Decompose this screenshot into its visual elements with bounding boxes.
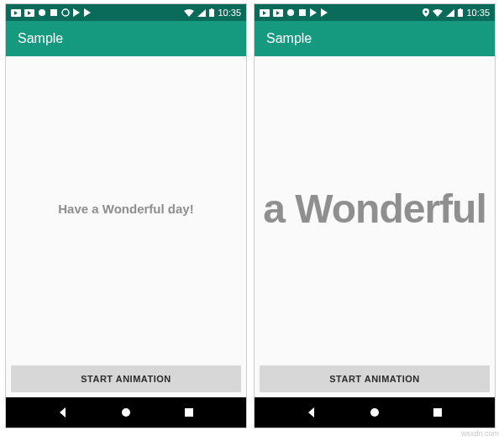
nav-recent-icon[interactable]: [432, 407, 444, 418]
battery-icon: [458, 8, 463, 17]
status-right: 10:35: [184, 8, 241, 18]
svg-marker-9: [197, 9, 206, 17]
video-icon-2: [24, 9, 34, 17]
start-animation-button[interactable]: START ANIMATION: [260, 365, 490, 392]
status-time: 10:35: [218, 8, 241, 18]
content-area: a Wonderful START ANIMATION: [255, 56, 495, 397]
app-title: Sample: [18, 31, 63, 46]
nav-back-icon[interactable]: [306, 407, 318, 418]
svg-rect-5: [50, 9, 57, 16]
status-right: 10:35: [423, 8, 490, 18]
svg-marker-24: [446, 9, 454, 17]
svg-rect-10: [209, 9, 214, 17]
navigation-bar: [6, 397, 246, 428]
button-bar: START ANIMATION: [255, 360, 495, 397]
status-left: [11, 8, 92, 17]
phone-screenshot-left: 10:35 Sample Have a Wonderful day! START…: [5, 3, 247, 428]
svg-rect-29: [433, 408, 442, 417]
signal-icon: [197, 9, 206, 17]
nav-recent-icon[interactable]: [183, 407, 195, 418]
svg-marker-27: [308, 407, 314, 417]
map-icon: [298, 8, 307, 17]
wifi-icon: [433, 9, 443, 17]
svg-point-4: [39, 9, 45, 16]
button-bar: START ANIMATION: [6, 360, 246, 397]
message-text-zoomed: a Wonderful: [263, 186, 486, 232]
play-icon-2: [84, 8, 92, 17]
svg-point-19: [287, 9, 294, 16]
svg-marker-12: [60, 407, 66, 417]
app-bar: Sample: [6, 21, 246, 56]
video-icon: [260, 9, 270, 17]
circle-icon: [61, 8, 70, 17]
svg-marker-22: [321, 8, 328, 17]
play-icon: [310, 8, 318, 17]
video-icon: [11, 9, 21, 17]
map-icon: [50, 8, 58, 17]
play-icon-2: [321, 8, 328, 17]
status-left: [260, 8, 328, 17]
play-icon: [73, 8, 81, 17]
svg-point-28: [370, 408, 379, 417]
nav-home-icon[interactable]: [120, 407, 132, 418]
watermark: wsxdn.com: [461, 429, 499, 438]
svg-marker-21: [310, 8, 317, 17]
battery-icon: [209, 8, 214, 17]
phone-screenshot-right: 10:35 Sample a Wonderful START ANIMATION: [254, 3, 496, 428]
status-bar: 10:35: [255, 4, 495, 21]
svg-rect-20: [299, 9, 306, 16]
svg-point-13: [122, 408, 130, 417]
svg-rect-25: [458, 9, 463, 17]
status-bar: 10:35: [6, 4, 246, 21]
video-icon-2: [273, 9, 283, 17]
message-text: Have a Wonderful day!: [58, 202, 193, 216]
svg-marker-8: [84, 8, 91, 17]
svg-rect-26: [459, 8, 461, 9]
app-icon: [286, 8, 295, 17]
nav-home-icon[interactable]: [369, 407, 381, 418]
svg-marker-7: [73, 8, 80, 17]
svg-point-23: [425, 11, 428, 13]
app-bar: Sample: [255, 21, 495, 56]
svg-rect-14: [185, 408, 193, 417]
navigation-bar: [255, 397, 495, 428]
svg-rect-11: [211, 8, 213, 9]
app-title: Sample: [266, 31, 312, 46]
nav-back-icon[interactable]: [57, 407, 69, 418]
svg-point-6: [62, 9, 69, 16]
start-animation-button[interactable]: START ANIMATION: [11, 365, 241, 392]
signal-icon: [446, 9, 454, 17]
location-icon: [423, 8, 429, 17]
message-container: Have a Wonderful day!: [6, 56, 246, 360]
content-area: Have a Wonderful day! START ANIMATION: [6, 56, 246, 397]
wifi-icon: [184, 9, 194, 17]
status-time: 10:35: [466, 8, 490, 18]
app-icon: [38, 8, 46, 17]
message-container: a Wonderful: [255, 56, 495, 360]
